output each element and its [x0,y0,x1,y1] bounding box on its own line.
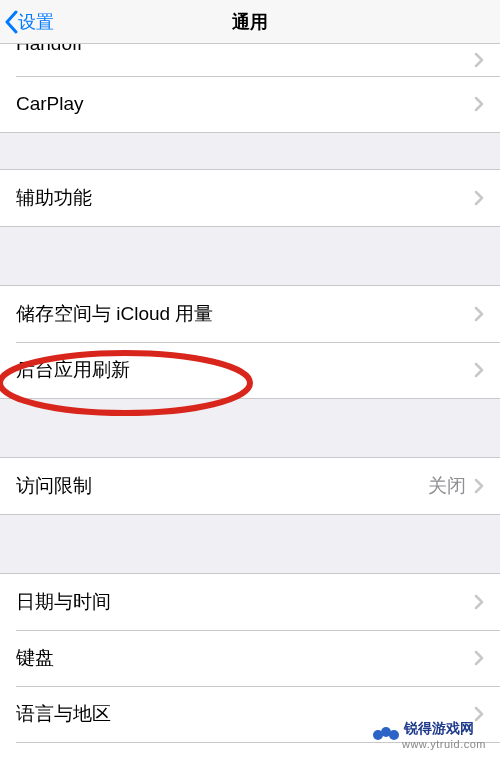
row-value: 关闭 [428,473,466,499]
chevron-right-icon [474,96,484,112]
group-storage-refresh: 储存空间与 iCloud 用量 后台应用刷新 [0,285,500,399]
group-accessibility: 辅助功能 [0,169,500,227]
watermark-brand: 锐得游戏网 [404,720,486,738]
row-label: 辅助功能 [16,185,474,211]
row-restrictions[interactable]: 访问限制 关闭 [0,458,500,514]
row-label: Handoff [16,44,474,55]
row-label: 日期与时间 [16,589,474,615]
row-carplay[interactable]: CarPlay [0,76,500,132]
chevron-right-icon [474,478,484,494]
chevron-right-icon [474,306,484,322]
watermark: 锐得游戏网 www.ytruid.com [368,718,492,752]
chevron-right-icon [474,362,484,378]
row-datetime[interactable]: 日期与时间 [0,574,500,630]
row-label: 后台应用刷新 [16,357,474,383]
watermark-url: www.ytruid.com [402,738,486,750]
navbar: 设置 通用 [0,0,500,44]
row-accessibility[interactable]: 辅助功能 [0,170,500,226]
page-title: 通用 [0,10,500,34]
row-label: 键盘 [16,645,474,671]
chevron-right-icon [474,52,484,68]
chevron-left-icon [4,10,18,34]
group-handoff-carplay: Handoff CarPlay [0,44,500,133]
row-keyboard[interactable]: 键盘 [0,630,500,686]
row-storage-icloud[interactable]: 储存空间与 iCloud 用量 [0,286,500,342]
back-button[interactable]: 设置 [0,0,54,43]
row-label: 访问限制 [16,473,428,499]
watermark-logo-icon [374,726,398,744]
chevron-right-icon [474,650,484,666]
back-label: 设置 [18,10,54,34]
chevron-right-icon [474,190,484,206]
row-label: 储存空间与 iCloud 用量 [16,301,474,327]
row-label: CarPlay [16,93,474,115]
group-restrictions: 访问限制 关闭 [0,457,500,515]
chevron-right-icon [474,594,484,610]
row-background-refresh[interactable]: 后台应用刷新 [0,342,500,398]
row-handoff[interactable]: Handoff [0,44,500,76]
